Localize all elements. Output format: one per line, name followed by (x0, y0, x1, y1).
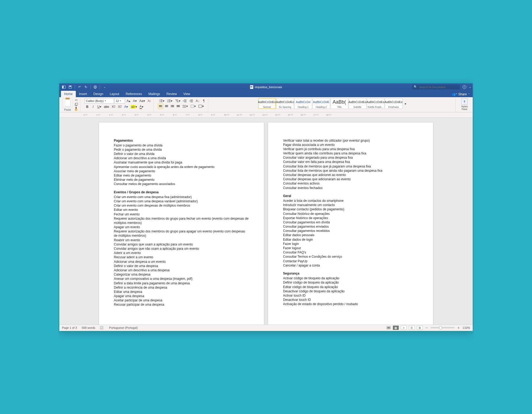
web-layout-view[interactable]: ≡ (401, 326, 407, 330)
show-marks-icon[interactable]: ¶ (201, 98, 206, 104)
styles-group: AaBbCcDdEeNormalAaBbCcDdEeNo SpacingAaBb… (211, 98, 456, 112)
tab-home[interactable]: Home (61, 91, 76, 97)
horizontal-ruler[interactable]: 21123456789101112131415161718 (59, 112, 473, 118)
status-bar: Page 1 of 3 568 words Portuguese (Portug… (59, 325, 473, 331)
style-title[interactable]: AaBb(Title (331, 98, 348, 109)
increase-indent-icon[interactable] (188, 98, 194, 104)
draft-view[interactable]: ≣ (417, 326, 423, 330)
tab-view[interactable]: View (180, 91, 193, 97)
body-line: Recusar participar de uma despesa (114, 302, 249, 307)
numbering-icon[interactable]: 123▾ (166, 98, 173, 104)
body-line: Assinalar manualmente que uma dívida foi… (114, 160, 249, 165)
zoom-in-button[interactable]: + (457, 326, 460, 330)
shrink-font-icon[interactable]: A▾ (132, 98, 138, 104)
page-indicator[interactable]: Page 1 of 3 (62, 326, 77, 329)
body-line: Verificar valor total a receber do utili… (283, 138, 418, 143)
align-center-icon[interactable] (164, 104, 169, 109)
style-heading-1[interactable]: AaBbCcDdHeading 1 (294, 98, 312, 109)
view-mode-icon[interactable] (61, 84, 67, 90)
styles-pane-button[interactable]: ¶ Styles Pane (460, 98, 469, 110)
redo-icon[interactable]: ↻ (83, 84, 89, 90)
cut-icon[interactable]: ✂ (74, 98, 78, 102)
paste-button[interactable] (63, 98, 72, 108)
tab-references[interactable]: References (122, 91, 145, 97)
grow-font-icon[interactable]: A▴ (126, 98, 131, 104)
bold-button[interactable]: B (85, 104, 90, 109)
zoom-out-button[interactable]: − (425, 326, 429, 330)
body-line: Eliminar meio de pagamento (114, 178, 249, 182)
copy-icon[interactable] (74, 103, 78, 106)
italic-button[interactable]: I (90, 104, 96, 109)
word-count[interactable]: 568 words (82, 326, 95, 329)
font-color-icon[interactable]: A▾ (139, 104, 144, 109)
style-subtitle[interactable]: AaBbCcDdEeSubtitle (349, 98, 366, 109)
underline-button[interactable]: U▾ (96, 104, 102, 109)
font-size-select[interactable]: 12▾ (114, 98, 125, 104)
spellcheck-icon[interactable] (100, 326, 104, 330)
justify-icon[interactable] (176, 104, 181, 109)
subscript-button[interactable]: X2 (111, 104, 117, 109)
body-line: Consultar despesas que adicionei ao even… (283, 173, 418, 177)
tab-design[interactable]: Design (90, 91, 106, 97)
text-effects-icon[interactable]: A▾ (123, 104, 129, 109)
zoom-level[interactable]: 110% (463, 326, 470, 329)
font-name-select[interactable]: Calibri (Body)▾ (85, 98, 114, 104)
svg-rect-32 (184, 105, 186, 105)
line-spacing-icon[interactable]: ▾ (181, 104, 189, 109)
print-icon[interactable] (92, 84, 98, 90)
tab-mailings[interactable]: Mailings (145, 91, 163, 97)
superscript-button[interactable]: X2 (117, 104, 123, 109)
tab-layout[interactable]: Layout (106, 91, 122, 97)
word-doc-icon (250, 85, 253, 89)
align-left-icon[interactable] (158, 104, 163, 109)
multilevel-list-icon[interactable]: ▾ (174, 98, 181, 104)
outline-view[interactable]: ☰ (409, 326, 415, 330)
save-icon[interactable] (67, 84, 73, 90)
body-line: Reabrir um evento (114, 238, 249, 242)
language-indicator[interactable]: Portuguese (Portugal) (109, 326, 138, 329)
bullets-icon[interactable]: ▾ (158, 98, 165, 104)
body-line: Criar um evento com despesas de múltiplo… (114, 203, 249, 208)
body-line: Convidar amigos que usam a aplicação par… (114, 242, 249, 247)
search-input[interactable] (418, 85, 458, 89)
format-painter-icon[interactable] (74, 107, 78, 112)
style-emphasis[interactable]: AaBbCcDdEeEmphasis (385, 98, 402, 109)
undo-icon[interactable]: ↶ (77, 84, 82, 90)
zoom-slider[interactable] (431, 327, 455, 328)
svg-rect-25 (184, 101, 186, 101)
pilcrow-icon: ¶ (461, 98, 468, 105)
tab-insert[interactable]: Insert (76, 91, 90, 97)
print-layout-view[interactable]: ▦ (393, 326, 399, 330)
change-case-icon[interactable]: Aa▾ (138, 98, 146, 104)
borders-icon[interactable]: ▾ (197, 104, 205, 109)
chevron-up-icon: ⌃ (468, 93, 470, 96)
chevron-down-icon[interactable]: ⌄ (469, 85, 471, 88)
focus-mode-icon[interactable] (386, 326, 391, 330)
tab-review[interactable]: Review (163, 91, 180, 97)
style-subtle-emph-[interactable]: AaBbCcDdEeSubtle Emph... (367, 98, 384, 109)
body-line: Desactivar código de bloqueio da aplicaç… (283, 289, 418, 293)
body-line: Pedir o pagamento de uma dívida (114, 147, 249, 152)
style-heading-2[interactable]: AaBbCcDdEHeading 2 (313, 98, 330, 109)
feedback-icon[interactable]: ☺ (463, 85, 466, 89)
highlight-icon[interactable]: ab▾ (130, 104, 138, 109)
document-area: Pagamentos Fazer o pagamento de uma dívi… (59, 118, 473, 325)
svg-rect-20 (168, 102, 171, 102)
styles-more-icon[interactable]: ▸ (403, 101, 408, 106)
body-line: Criar um evento com uma despesa fixa (ad… (114, 195, 249, 199)
share-button[interactable]: 👥⁺ Share ⌃ (449, 91, 473, 97)
style-normal[interactable]: AaBbCcDdEeNormal (258, 98, 276, 109)
customize-qat-icon[interactable]: ⌄ (102, 84, 107, 90)
align-right-icon[interactable] (170, 104, 175, 109)
section-heading: Eventos / Grupos de despesa (114, 190, 249, 194)
sort-icon[interactable]: A↓ (195, 98, 201, 104)
clear-formatting-icon[interactable]: A⃠ (147, 98, 152, 104)
decrease-indent-icon[interactable] (182, 98, 188, 104)
strikethrough-button[interactable]: abc (103, 104, 110, 109)
document-title: requisitos_funcionais (255, 85, 282, 89)
search-box[interactable]: 🔍 (412, 85, 460, 89)
svg-marker-27 (183, 100, 184, 101)
shading-icon[interactable]: ▾ (189, 104, 197, 109)
svg-rect-33 (184, 106, 186, 106)
style-no-spacing[interactable]: AaBbCcDdEeNo Spacing (276, 98, 294, 109)
